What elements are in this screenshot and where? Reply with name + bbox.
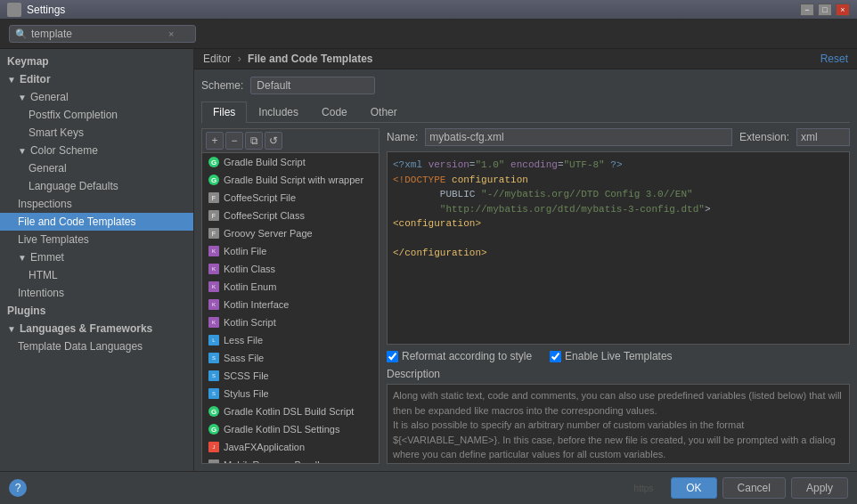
code-line: <configuration> xyxy=(393,216,844,232)
list-item[interactable]: J JavaFXApplication xyxy=(202,438,379,456)
template-icon: F xyxy=(208,459,220,463)
cancel-button[interactable]: Cancel xyxy=(722,477,786,499)
list-item[interactable]: K Kotlin Interface xyxy=(202,296,379,313)
collapse-arrow-icon: ▼ xyxy=(7,324,16,334)
list-item-label: SCSS File xyxy=(224,370,269,381)
sidebar-item-smartkeys[interactable]: Smart Keys xyxy=(0,124,193,142)
ok-button[interactable]: OK xyxy=(671,477,716,499)
footer-buttons: OK Cancel Apply xyxy=(671,477,848,499)
list-item-label: Kotlin Script xyxy=(224,317,276,328)
sidebar-item-filecodetemplates[interactable]: File and Code Templates xyxy=(0,213,193,231)
template-icon: K xyxy=(208,263,220,275)
sidebar-item-csgeneral[interactable]: General xyxy=(0,159,193,177)
list-item[interactable]: S Sass File xyxy=(202,349,379,367)
footer-left: ? xyxy=(9,479,27,497)
list-item-label: Gradle Kotlin DSL Settings xyxy=(224,424,339,435)
sidebar: Keymap ▼Editor ▼General Postfix Completi… xyxy=(0,49,194,471)
list-item[interactable]: F CoffeeScript Class xyxy=(202,207,379,224)
search-clear-icon[interactable]: × xyxy=(168,28,174,39)
sidebar-item-label: Intentions xyxy=(18,287,64,299)
help-button[interactable]: ? xyxy=(9,479,27,497)
enable-live-checkbox[interactable] xyxy=(550,351,561,362)
list-item[interactable]: K Kotlin Class xyxy=(202,260,379,278)
sidebar-item-langsframeworks[interactable]: ▼Languages & Frameworks xyxy=(0,320,193,337)
search-icon: 🔍 xyxy=(15,28,28,40)
list-item-label: Groovy Server Page xyxy=(224,228,313,239)
list-item[interactable]: F Groovy Server Page xyxy=(202,224,379,242)
reformat-label: Reformat according to style xyxy=(402,350,532,362)
add-template-button[interactable]: + xyxy=(206,132,224,150)
description-text: Along with static text, code and comment… xyxy=(387,384,850,464)
reformat-checkbox[interactable] xyxy=(387,351,398,362)
close-button[interactable]: × xyxy=(836,4,850,16)
list-item-label: Kotlin Class xyxy=(224,264,275,274)
settings-dialog: 🔍 × Keymap ▼Editor ▼General Postfix Comp… xyxy=(0,20,857,504)
sidebar-item-intentions[interactable]: Intentions xyxy=(0,284,193,302)
tab-other[interactable]: Other xyxy=(359,102,409,122)
list-item[interactable]: K Kotlin Script xyxy=(202,313,379,331)
reset-template-button[interactable]: ↺ xyxy=(265,132,282,150)
list-item[interactable]: G Gradle Kotlin DSL Settings xyxy=(202,420,379,438)
sidebar-item-templatedatalang[interactable]: Template Data Languages xyxy=(0,337,193,355)
extension-input[interactable] xyxy=(796,128,850,146)
list-item[interactable]: G Gradle Kotlin DSL Build Script xyxy=(202,402,379,420)
template-icon: K xyxy=(208,245,220,257)
sidebar-item-label: Postfix Completion xyxy=(29,109,118,121)
search-input[interactable] xyxy=(31,28,165,40)
sidebar-item-postfix[interactable]: Postfix Completion xyxy=(0,106,193,124)
template-icon: K xyxy=(208,316,220,329)
list-item[interactable]: S Stylus File xyxy=(202,385,379,402)
sidebar-item-langdefaults[interactable]: Language Defaults xyxy=(0,177,193,195)
sidebar-item-colorscheme[interactable]: ▼Color Scheme xyxy=(0,142,193,159)
sidebar-item-keymap[interactable]: Keymap xyxy=(0,53,193,70)
apply-button[interactable]: Apply xyxy=(791,477,848,499)
list-item[interactable]: K Kotlin File xyxy=(202,242,379,260)
list-item-label: Gradle Build Script with wrapper xyxy=(224,175,363,185)
sidebar-item-html[interactable]: HTML xyxy=(0,266,193,284)
sidebar-item-plugins[interactable]: Plugins xyxy=(0,302,193,320)
list-item[interactable]: G Gradle Build Script xyxy=(202,153,379,171)
name-label: Name: xyxy=(387,131,418,143)
app-icon xyxy=(7,3,21,17)
remove-template-button[interactable]: − xyxy=(225,132,243,150)
sidebar-item-label: Inspections xyxy=(18,198,72,210)
list-item[interactable]: G Gradle Build Script with wrapper xyxy=(202,171,379,189)
list-item[interactable]: S SCSS File xyxy=(202,367,379,385)
template-icon: L xyxy=(208,334,220,346)
list-item[interactable]: K Kotlin Enum xyxy=(202,278,379,296)
code-line: </configuration> xyxy=(393,246,844,261)
maximize-button[interactable]: □ xyxy=(818,4,832,16)
scheme-select[interactable]: Default xyxy=(250,77,375,94)
template-icon: G xyxy=(208,423,220,435)
list-item-label: CoffeeScript Class xyxy=(224,210,305,221)
copy-template-button[interactable]: ⧉ xyxy=(245,132,263,150)
search-box[interactable]: 🔍 × xyxy=(9,25,196,43)
sidebar-item-general[interactable]: ▼General xyxy=(0,88,193,106)
breadcrumb-part1: Editor xyxy=(203,53,231,65)
template-icon: K xyxy=(208,280,220,293)
breadcrumb-separator: › xyxy=(238,53,244,65)
code-editor[interactable]: <?xml version="1.0" encoding="UTF-8" ?> … xyxy=(387,151,850,345)
template-icon: J xyxy=(208,441,220,453)
tab-files[interactable]: Files xyxy=(201,102,247,123)
template-icon: S xyxy=(208,387,220,400)
list-item-label: Kotlin Enum xyxy=(224,281,276,292)
list-item[interactable]: F MobileResourceBundle xyxy=(202,456,379,463)
list-item[interactable]: F CoffeeScript File xyxy=(202,189,379,207)
sidebar-item-editor[interactable]: ▼Editor xyxy=(0,70,193,88)
window-title: Settings xyxy=(27,4,800,16)
sidebar-item-label: Smart Keys xyxy=(29,126,84,139)
minimize-button[interactable]: − xyxy=(800,4,814,16)
sidebar-item-inspections[interactable]: Inspections xyxy=(0,195,193,213)
tab-code[interactable]: Code xyxy=(310,102,359,122)
sidebar-item-label: HTML xyxy=(29,269,58,281)
tab-includes[interactable]: Includes xyxy=(247,102,310,122)
code-line: PUBLIC "-//mybatis.org//DTD Config 3.0//… xyxy=(393,187,844,202)
reset-link[interactable]: Reset xyxy=(820,53,848,65)
sidebar-item-livetemplates[interactable]: Live Templates xyxy=(0,231,193,248)
list-item[interactable]: L Less File xyxy=(202,331,379,349)
code-line xyxy=(393,232,844,247)
name-input[interactable] xyxy=(425,128,732,146)
sidebar-item-emmet[interactable]: ▼Emmet xyxy=(0,248,193,266)
footer-url: https xyxy=(634,484,654,493)
